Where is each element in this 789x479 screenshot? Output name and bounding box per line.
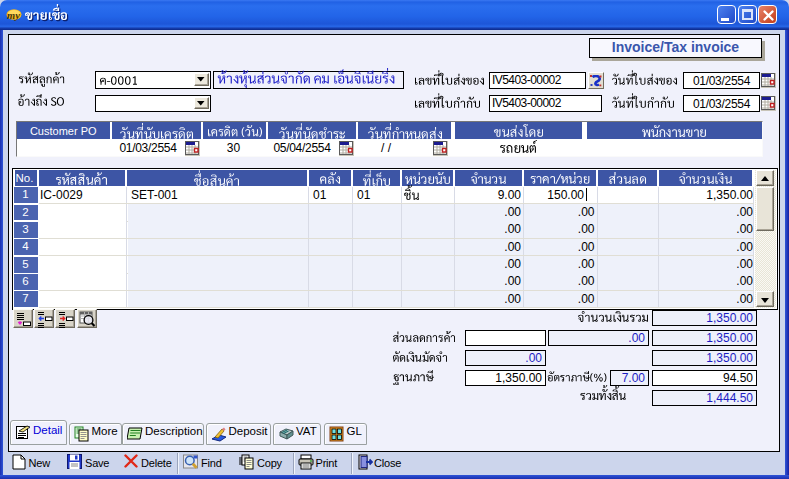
svg-text:my: my [7, 10, 20, 21]
